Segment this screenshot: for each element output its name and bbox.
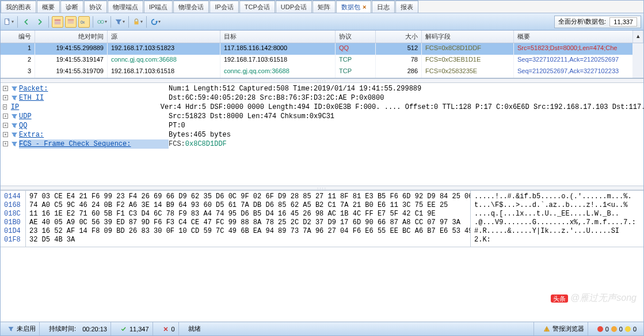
svg-point-8	[101, 20, 104, 23]
table-row[interactable]: 319:41:55.319709192.168.17.103:61518conn…	[1, 66, 643, 78]
col-summary[interactable]: 概要	[514, 31, 633, 43]
tab-mycharts[interactable]: 我的图表	[1, 1, 36, 13]
tab-ip-session[interactable]: IP会话	[209, 1, 238, 13]
table-row[interactable]: 119:41:55.299889192.168.17.103:51823117.…	[1, 43, 643, 55]
col-size[interactable]: 大小	[376, 31, 422, 43]
svg-rect-10	[546, 328, 547, 330]
tab-summary[interactable]: 概要	[37, 1, 60, 13]
funnel-small-icon	[11, 131, 18, 138]
alarm-browser[interactable]: 警报浏览器	[540, 322, 588, 335]
view-compact-icon[interactable]	[65, 16, 77, 28]
count-label: 全面分析\数据包:	[558, 17, 606, 26]
tree-node[interactable]: +Packet:Num:1 Length:512 Captured:508 Ti…	[3, 84, 641, 93]
svg-point-7	[98, 20, 101, 23]
hex-offsets: 0144 0168 018C 01B0 01D4 01F8	[1, 191, 25, 247]
toolbar: ▾ 0x ▾ ▾ ▾ ▾ 全面分析\数据包: 11,337	[1, 13, 643, 31]
new-doc-icon[interactable]: ▾	[3, 16, 14, 28]
statusbar: 未启用 持续时间: 00:20:13 11,347 0 就绪 警报浏览器 0 0…	[1, 322, 643, 335]
splitter-2[interactable]: ::::	[1, 186, 643, 190]
plus-icon[interactable]: +	[3, 132, 8, 137]
alarm-counts: 0 0 0	[594, 322, 640, 335]
funnel-small-icon	[11, 113, 18, 120]
dot-red-icon	[597, 326, 603, 332]
tab-log[interactable]: 日志	[372, 1, 395, 13]
count-value: 11,337	[609, 17, 637, 27]
tree-node[interactable]: +UDPSrc:51823 Dst:8000 Len:474 Chksum:0x…	[3, 112, 641, 121]
funnel-small-icon	[11, 122, 18, 129]
filter-icon[interactable]: ▾	[114, 16, 125, 28]
close-icon[interactable]: ×	[363, 3, 366, 10]
funnel-small-icon	[11, 85, 18, 92]
packet-count-box: 全面分析\数据包: 11,337	[554, 16, 641, 28]
tab-report[interactable]: 报表	[395, 1, 418, 13]
filter-status[interactable]: 未启用	[4, 322, 40, 335]
plus-icon[interactable]: +	[3, 141, 8, 146]
tab-matrix[interactable]: 矩阵	[313, 1, 336, 13]
plus-icon[interactable]: +	[3, 123, 8, 128]
hex-ascii: .....!..#.&if.b5.....o.(.'......m...%. t…	[471, 191, 643, 247]
tree-node[interactable]: +ETH IIDst:6C:59:40:05:20:28 Src:B8:76:3…	[3, 93, 641, 103]
tab-phys-endpoint[interactable]: 物理端点	[108, 1, 143, 13]
scroll-up-icon[interactable]: ▴	[633, 31, 643, 43]
tab-udp-session[interactable]: UDP会话	[276, 1, 312, 13]
main-tabs: 我的图表 概要 诊断 协议 物理端点 IP端点 物理会话 IP会话 TCP会话 …	[1, 1, 643, 13]
packet-total: 11,347	[117, 322, 153, 335]
svg-rect-2	[55, 21, 61, 24]
svg-rect-3	[68, 19, 74, 20]
col-dst[interactable]: 目标	[220, 31, 336, 43]
splitter-1[interactable]: ::::	[1, 78, 643, 83]
tab-packets[interactable]: 数据包×	[336, 1, 371, 13]
back-icon[interactable]	[21, 16, 32, 28]
col-num[interactable]: 编号	[1, 31, 35, 43]
duration: 持续时间: 00:20:13	[45, 322, 111, 335]
svg-rect-1	[55, 19, 61, 21]
tab-ip-endpoint[interactable]: IP端点	[144, 1, 173, 13]
svg-rect-4	[68, 21, 74, 22]
packet-grid: 编号 绝对时间 源 目标 协议 大小 解码字段 概要 ▴ 119:41:55.2…	[1, 31, 643, 78]
tab-protocol[interactable]: 协议	[84, 1, 107, 13]
dot-yellow-icon	[625, 326, 631, 332]
svg-rect-9	[135, 21, 139, 24]
refresh-icon[interactable]: ▾	[150, 16, 161, 28]
plus-icon[interactable]: +	[3, 95, 8, 100]
tree-node[interactable]: +QQPT:0	[3, 121, 641, 130]
dot-orange-icon	[611, 326, 617, 332]
alert-icon	[543, 326, 550, 333]
tab-phys-session[interactable]: 物理会话	[173, 1, 209, 13]
linked-icon[interactable]: ▾	[96, 16, 108, 28]
svg-rect-5	[68, 22, 74, 23]
col-src[interactable]: 源	[108, 31, 220, 43]
svg-text:0x: 0x	[81, 20, 85, 24]
tree-node[interactable]: +IPVer:4 Hdr:5 DSF:0000 0000 Length:494 …	[3, 103, 641, 112]
view-detail-icon[interactable]	[52, 16, 63, 28]
tab-diagnosis[interactable]: 诊断	[60, 1, 83, 13]
tree-node[interactable]: +FCS - Frame Check Sequence:FCS:0x8C8D1D…	[3, 139, 641, 149]
watermark: 头条@雁过无声song	[551, 292, 637, 304]
x-red-icon	[162, 326, 169, 333]
tree-node[interactable]: +Extra:Bytes:465 bytes	[3, 130, 641, 139]
col-time[interactable]: 绝对时间	[35, 31, 108, 43]
grid-body: 119:41:55.299889192.168.17.103:51823117.…	[1, 43, 643, 78]
svg-rect-11	[546, 330, 547, 331]
protocol-tree: +Packet:Num:1 Length:512 Captured:508 Ti…	[1, 83, 643, 186]
funnel-icon	[7, 326, 14, 333]
forward-icon[interactable]	[34, 16, 45, 28]
funnel-small-icon	[11, 141, 18, 148]
grid-header: 编号 绝对时间 源 目标 协议 大小 解码字段 概要 ▴	[1, 31, 643, 43]
plus-icon[interactable]: +	[3, 114, 8, 119]
tab-tcp-session[interactable]: TCP会话	[239, 1, 275, 13]
plus-icon[interactable]: +	[3, 104, 7, 110]
table-row[interactable]: 219:41:55.319147connc.gj.qq.com:36688192…	[1, 55, 643, 66]
col-proto[interactable]: 协议	[336, 31, 376, 43]
lock-icon[interactable]: ▾	[132, 16, 143, 28]
error-total: 0	[159, 322, 179, 335]
funnel-small-icon	[11, 95, 18, 101]
hex-view: 0144 0168 018C 01B0 01D4 01F8 97 03 CE E…	[1, 190, 643, 247]
svg-rect-0	[5, 18, 9, 24]
hex-bytes[interactable]: 97 03 CE E4 21 F6 99 23 F4 26 69 66 D9 6…	[26, 191, 470, 247]
plus-icon[interactable]: +	[3, 86, 8, 91]
view-hex-icon[interactable]: 0x	[78, 16, 90, 28]
col-decode[interactable]: 解码字段	[422, 31, 514, 43]
check-green-icon	[120, 326, 127, 333]
ready-status: 就绪	[185, 322, 534, 335]
